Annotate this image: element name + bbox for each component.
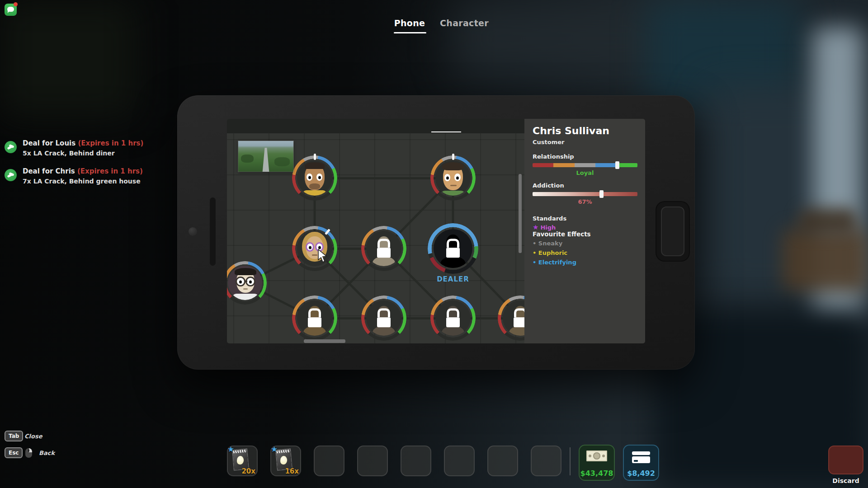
contact-node-dealer[interactable]: DEALER (428, 223, 478, 274)
lock-icon (446, 239, 460, 258)
card-balance-slot[interactable]: $8,492 (623, 445, 659, 481)
addiction-value: 67% (533, 198, 637, 205)
lock-icon (446, 308, 460, 327)
contact-node-customer-2[interactable] (430, 155, 476, 201)
addiction-label: Addiction (533, 182, 564, 189)
phone-speaker-slot (210, 197, 216, 266)
tab-phone-underline (394, 32, 426, 33)
region-tab-bar (227, 119, 524, 133)
contacts-map[interactable]: DEALER (227, 119, 524, 343)
avatar (435, 160, 471, 196)
effect-euphoric: • Euphoric (533, 249, 567, 256)
notification-dot (14, 2, 18, 6)
crates-shape (782, 228, 868, 291)
expiry-warning: (Expires in 1 hrs) (77, 167, 143, 175)
card-amount: $8,492 (623, 469, 659, 478)
dark-corner-shape (0, 0, 136, 117)
region-tab-suburbia-underline (431, 131, 461, 132)
lock-icon (514, 308, 524, 327)
locked-avatar (434, 229, 472, 268)
locked-avatar (366, 231, 401, 266)
chat-bubble-tail (8, 11, 9, 13)
notification-text: Deal for Louis (Expires in 1 hrs) 5x LA … (23, 139, 143, 157)
addiction-slider (533, 192, 637, 196)
hotbar-divider (570, 447, 571, 475)
contact-node-locked-4[interactable] (430, 296, 476, 341)
lock-icon (308, 308, 321, 327)
hotbar-slot-1[interactable]: ★ 20x (227, 446, 258, 476)
contact-node-locked-3[interactable] (361, 296, 406, 341)
contact-details-panel: Chris Sullivan Customer Relationship Loy… (524, 119, 645, 343)
deal-handshake-icon (5, 141, 17, 153)
ceiling-shape (452, 0, 678, 77)
hotbar-slot-6[interactable] (444, 446, 475, 476)
relationship-marker (314, 154, 316, 160)
tab-character[interactable]: Character (440, 18, 489, 28)
relationship-label: Relationship (533, 153, 574, 160)
locked-avatar (297, 300, 332, 336)
avatar-hair (305, 162, 325, 169)
lock-icon (377, 308, 391, 327)
hotbar-slot-3[interactable] (314, 446, 344, 476)
hotbar-slot-4[interactable] (357, 446, 388, 476)
map-vertical-scrollbar[interactable] (519, 174, 522, 253)
tab-phone[interactable]: Phone (394, 18, 425, 28)
discard-slot[interactable] (828, 446, 863, 474)
discard-label: Discard (828, 477, 863, 484)
hotbar-slot-8[interactable] (531, 446, 561, 476)
hint-close-label: Close (24, 433, 42, 440)
effect-sneaky: • Sneaky (533, 240, 562, 247)
contact-name: Chris Sullivan (533, 125, 609, 136)
contact-node-locked-2[interactable] (292, 296, 337, 341)
contact-node-locked-5[interactable] (498, 296, 524, 341)
lock-icon (377, 239, 391, 258)
mouse-cursor (317, 249, 329, 263)
contact-node-locked-1[interactable] (361, 226, 406, 271)
hotbar-slot-7[interactable] (487, 446, 518, 476)
item-quantity: 16x (285, 467, 299, 475)
crates-shape-2 (798, 208, 857, 235)
expiry-warning: (Expires in 1 hrs) (78, 139, 143, 147)
avatar-beard (309, 183, 320, 189)
relationship-status: Loyal (533, 169, 637, 176)
contact-node-customer-1[interactable] (292, 155, 337, 201)
player-avatar (228, 266, 262, 300)
avatar-mouth (450, 185, 457, 186)
glasses-bridge (244, 281, 247, 282)
contact-role: Customer (533, 139, 564, 145)
notification-title: Deal for Chris (Expires in 1 hrs) (23, 167, 143, 175)
phone-side-button (189, 227, 197, 236)
hint-back-label: Back (39, 450, 55, 456)
standards-label: Standards (533, 215, 566, 222)
cash-bill-icon (586, 450, 607, 461)
avatar (297, 160, 332, 196)
notification-detail: 5x LA Crack, Behind diner (23, 150, 143, 157)
messages-app-icon[interactable] (5, 4, 17, 16)
hotbar-slot-2[interactable]: ★ 16x (270, 446, 301, 476)
avatar-mouth (243, 288, 248, 290)
notification-text: Deal for Chris (Expires in 1 hrs) 7x LA … (23, 167, 143, 185)
locked-avatar (366, 300, 401, 336)
credit-card-icon (632, 451, 650, 463)
mouse-icon (25, 448, 32, 458)
cash-amount: $43,478 (579, 469, 615, 478)
locked-avatar (435, 300, 471, 336)
cash-balance-slot[interactable]: $43,478 (579, 445, 615, 481)
quality-star-icon: ★ (227, 445, 234, 454)
deal-handshake-icon (5, 169, 17, 181)
region-minimap[interactable] (238, 141, 293, 172)
notification-detail: 7x LA Crack, Behind green house (23, 178, 143, 185)
map-horizontal-scrollbar[interactable] (304, 339, 345, 343)
player-node[interactable] (227, 261, 267, 305)
dealer-label: DEALER (437, 275, 469, 283)
relationship-marker (452, 154, 454, 160)
notification-title: Deal for Louis (Expires in 1 hrs) (23, 139, 143, 147)
quality-star-icon: ★ (271, 445, 278, 454)
phone-camera-bump (656, 202, 689, 261)
hotbar-slot-5[interactable] (401, 446, 431, 476)
relationship-thumb (615, 161, 619, 169)
avatar-hair (442, 162, 464, 170)
contact-node-chris-sullivan[interactable] (292, 226, 337, 271)
avatar-mouth (312, 254, 317, 256)
item-quantity: 20x (241, 467, 255, 475)
